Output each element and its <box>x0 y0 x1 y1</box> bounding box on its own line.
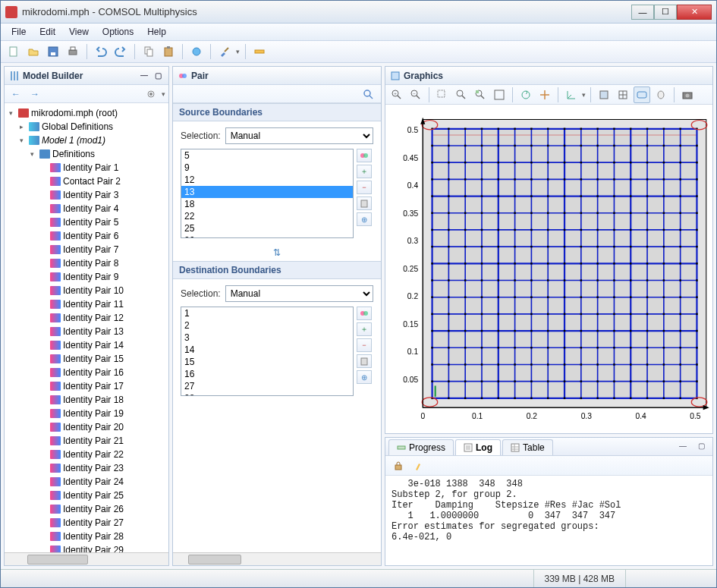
bottom-min-icon[interactable]: — <box>675 437 691 454</box>
tree-node[interactable]: Identity Pair 16 <box>6 366 167 379</box>
clear-log-icon[interactable] <box>410 458 426 474</box>
panel-menu-icon[interactable]: ▢ <box>152 70 164 82</box>
tree-node[interactable]: Identity Pair 25 <box>6 489 167 502</box>
tree-node[interactable]: Identity Pair 7 <box>6 243 167 256</box>
open-button[interactable] <box>25 43 42 60</box>
expand-button[interactable]: ← <box>8 86 24 102</box>
zoom-box-icon[interactable] <box>434 86 451 103</box>
tree-node[interactable]: Identity Pair 27 <box>6 516 167 530</box>
zoom-reset-icon[interactable] <box>491 86 508 103</box>
dest-selection-dropdown[interactable]: Manual <box>225 285 373 302</box>
wireframe-icon[interactable] <box>615 86 631 103</box>
save-button[interactable] <box>45 43 61 60</box>
dst-activate-button[interactable] <box>357 307 372 320</box>
show-button[interactable] <box>143 86 159 102</box>
list-item[interactable]: 18 <box>181 198 353 210</box>
zoom-in-icon[interactable]: + <box>388 86 405 103</box>
model-wizard-button[interactable] <box>188 43 205 60</box>
list-item[interactable]: 5 <box>181 149 353 162</box>
tree-node[interactable]: Identity Pair 24 <box>6 475 167 489</box>
list-item[interactable]: 14 <box>181 344 353 356</box>
menu-file[interactable]: File <box>5 25 32 39</box>
tree-node[interactable]: Identity Pair 22 <box>6 448 167 461</box>
select-mouse-icon[interactable] <box>653 86 669 103</box>
pair-find-button[interactable] <box>360 86 376 102</box>
camera-icon[interactable] <box>679 86 696 103</box>
lock-icon[interactable] <box>390 458 407 474</box>
rotate-icon[interactable] <box>517 86 534 103</box>
swap-boundaries-button[interactable]: ⇅ <box>173 244 381 261</box>
list-item[interactable]: 26 <box>181 234 353 238</box>
list-item[interactable]: 27 <box>181 380 353 392</box>
list-item[interactable]: 13 <box>181 186 353 198</box>
tree-node[interactable]: Identity Pair 13 <box>6 325 167 338</box>
tab-progress[interactable]: Progress <box>388 439 454 455</box>
menu-view[interactable]: View <box>63 25 95 39</box>
zoom-extent-icon[interactable] <box>453 86 470 103</box>
tree-node[interactable]: Identity Pair 14 <box>6 338 167 352</box>
list-item[interactable]: 1 <box>181 307 353 319</box>
menu-edit[interactable]: Edit <box>33 25 61 39</box>
bottom-menu-icon[interactable]: ▢ <box>693 437 709 454</box>
dst-paste-button[interactable] <box>357 354 372 368</box>
close-button[interactable]: ✕ <box>677 5 712 20</box>
src-remove-button[interactable]: － <box>357 181 372 194</box>
dst-remove-button[interactable]: － <box>357 338 372 352</box>
tree-node[interactable]: Identity Pair 19 <box>6 407 167 420</box>
list-item[interactable]: 28 <box>181 392 353 396</box>
destination-boundaries-list[interactable]: 1231415162728 <box>181 307 354 396</box>
paste-button[interactable] <box>160 43 177 60</box>
model-tree[interactable]: ▾mikrodomi.mph (root)▸Global Definitions… <box>5 103 168 552</box>
tree-node[interactable]: Identity Pair 18 <box>6 393 167 407</box>
copy-button[interactable] <box>140 43 157 60</box>
tree-node[interactable]: Identity Pair 29 <box>6 543 167 552</box>
tree-node[interactable]: Contact Pair 2 <box>6 175 167 188</box>
minimize-button[interactable]: — <box>631 5 654 20</box>
menu-help[interactable]: Help <box>141 25 172 39</box>
tab-table[interactable]: Table <box>502 439 553 455</box>
tree-node[interactable]: Identity Pair 21 <box>6 434 167 448</box>
list-item[interactable]: 9 <box>181 162 353 174</box>
transparency-icon[interactable] <box>596 86 612 103</box>
tree-hscrollbar[interactable] <box>5 552 168 565</box>
zoom-selected-icon[interactable] <box>472 86 489 103</box>
collapse-button[interactable]: → <box>27 86 43 102</box>
list-item[interactable]: 16 <box>181 368 353 380</box>
tree-node[interactable]: ▾mikrodomi.mph (root) <box>6 106 167 120</box>
tree-node[interactable]: Identity Pair 1 <box>6 161 167 175</box>
list-item[interactable]: 3 <box>181 332 353 344</box>
graphics-canvas[interactable]: 00.10.20.30.40.50.050.10.150.20.250.30.3… <box>385 105 712 433</box>
brush-button[interactable] <box>216 43 233 60</box>
src-add-button[interactable]: ＋ <box>357 165 372 178</box>
tree-node[interactable]: Identity Pair 20 <box>6 420 167 434</box>
tree-node[interactable]: Identity Pair 17 <box>6 379 167 393</box>
src-paste-button[interactable] <box>357 197 372 210</box>
tree-node[interactable]: Identity Pair 12 <box>6 311 167 325</box>
tree-node[interactable]: Identity Pair 23 <box>6 461 167 475</box>
pan-icon[interactable] <box>536 86 553 103</box>
pair-hscrollbar[interactable] <box>173 552 381 565</box>
maximize-button[interactable]: ☐ <box>654 5 677 20</box>
tree-node[interactable]: Identity Pair 11 <box>6 297 167 311</box>
src-zoom-button[interactable]: ⊕ <box>357 212 372 226</box>
tree-node[interactable]: ▸Global Definitions <box>6 120 167 134</box>
tree-node[interactable]: Identity Pair 15 <box>6 352 167 366</box>
list-item[interactable]: 15 <box>181 356 353 368</box>
tree-node[interactable]: ▾Model 1 (mod1) <box>6 134 167 147</box>
tree-node[interactable]: ▾Definitions <box>6 147 167 161</box>
print-button[interactable] <box>64 43 81 60</box>
tree-node[interactable]: Identity Pair 5 <box>6 215 167 229</box>
panel-minimize-icon[interactable]: — <box>138 70 150 82</box>
tree-node[interactable]: Identity Pair 4 <box>6 202 167 215</box>
list-item[interactable]: 12 <box>181 174 353 186</box>
axis-icon[interactable] <box>563 86 580 103</box>
src-activate-button[interactable] <box>357 149 372 162</box>
tab-log[interactable]: Log <box>455 439 501 455</box>
tree-node[interactable]: Identity Pair 26 <box>6 502 167 516</box>
zoom-out-icon[interactable]: − <box>407 86 424 103</box>
measure-button[interactable] <box>251 43 268 60</box>
source-selection-dropdown[interactable]: Manual <box>225 127 373 144</box>
list-item[interactable]: 25 <box>181 222 353 234</box>
list-item[interactable]: 2 <box>181 319 353 332</box>
dst-zoom-button[interactable]: ⊕ <box>357 370 372 384</box>
